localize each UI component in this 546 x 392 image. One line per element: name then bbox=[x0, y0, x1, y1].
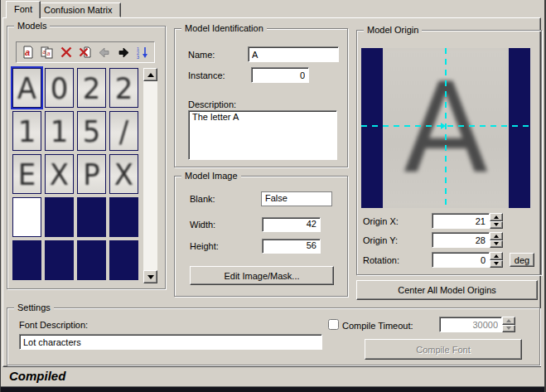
font-tab-page: Models a a a bbox=[2, 17, 541, 367]
origin-y-field[interactable] bbox=[432, 232, 490, 248]
models-group: Models a a a bbox=[7, 26, 166, 289]
blank-label: Blank: bbox=[190, 194, 215, 204]
model-list: A022115/EXPX bbox=[12, 68, 138, 280]
description-label: Description: bbox=[188, 99, 236, 109]
name-label: Name: bbox=[188, 50, 215, 60]
model-tile-character: 2 bbox=[83, 70, 101, 105]
compile-timeout-label: Compile Timeout: bbox=[342, 321, 413, 331]
model-slot-empty[interactable] bbox=[77, 197, 106, 237]
description-field[interactable]: The letter A bbox=[188, 110, 337, 160]
preview-left-bar bbox=[361, 48, 383, 208]
model-tile[interactable]: 0 bbox=[45, 68, 74, 108]
model-identification-label: Model Identification bbox=[181, 23, 267, 34]
rotation-field[interactable] bbox=[432, 252, 490, 268]
model-tile[interactable]: P bbox=[77, 154, 106, 194]
font-tool-window: Font Confusion Matrix Models a a bbox=[0, 0, 546, 392]
model-origin-preview[interactable]: A bbox=[361, 48, 530, 208]
origin-x-field[interactable] bbox=[432, 213, 490, 229]
model-tile-character: / bbox=[119, 114, 128, 148]
scroll-up-icon[interactable] bbox=[143, 68, 157, 81]
model-tile-character: X bbox=[114, 157, 133, 191]
svg-text:a: a bbox=[46, 51, 50, 56]
model-origin-label: Model Origin bbox=[364, 25, 422, 36]
settings-group-label: Settings bbox=[14, 302, 54, 313]
scroll-down-icon[interactable] bbox=[143, 270, 157, 283]
model-tile-character: A bbox=[17, 70, 36, 105]
height-value-field: 56 bbox=[262, 239, 321, 254]
model-origin-group: Model Origin A Origin X: Origin Y: bbox=[356, 30, 542, 275]
origin-y-label: Origin Y: bbox=[363, 235, 398, 245]
model-tile-blank[interactable] bbox=[12, 197, 41, 237]
model-tile-character: 5 bbox=[83, 114, 101, 148]
settings-group: Settings Font Description: Compile Timeo… bbox=[7, 307, 540, 365]
previous-model-icon[interactable] bbox=[97, 46, 112, 60]
center-all-model-origins-button[interactable]: Center All Model Origins bbox=[356, 280, 538, 300]
model-tile-character: 2 bbox=[115, 70, 133, 105]
model-tile[interactable]: 1 bbox=[12, 111, 41, 151]
model-tile[interactable]: 5 bbox=[77, 111, 106, 151]
tab-strip: Font Confusion Matrix bbox=[1, 0, 544, 17]
width-label: Width: bbox=[190, 220, 215, 230]
model-identification-group: Model Identification Name: Instance: Des… bbox=[174, 28, 348, 167]
model-image-label: Model Image bbox=[181, 171, 241, 181]
tab-font[interactable]: Font bbox=[6, 1, 41, 18]
delete-model-icon[interactable] bbox=[59, 46, 74, 60]
models-group-label: Models bbox=[14, 21, 50, 31]
deg-button[interactable]: deg bbox=[510, 253, 534, 267]
model-slot-empty[interactable] bbox=[12, 240, 41, 280]
model-tile-character: 1 bbox=[18, 114, 36, 148]
model-tile[interactable]: 2 bbox=[109, 68, 138, 108]
model-slot-empty[interactable] bbox=[109, 197, 138, 237]
model-tile-character: 1 bbox=[51, 114, 69, 148]
copy-model-icon[interactable]: a a bbox=[40, 46, 55, 60]
compile-timeout-spinner bbox=[502, 317, 515, 332]
model-tile[interactable]: / bbox=[109, 111, 138, 151]
compile-timeout-field bbox=[439, 317, 502, 332]
svg-text:3: 3 bbox=[137, 55, 139, 59]
status-text: Compiled bbox=[9, 369, 65, 383]
origin-arrow-icon bbox=[441, 123, 446, 129]
model-tile-character: P bbox=[83, 157, 100, 191]
origin-x-spinner[interactable] bbox=[490, 213, 503, 229]
window-bottom-edge bbox=[1, 386, 544, 392]
model-tile-selected[interactable]: A bbox=[12, 68, 41, 108]
model-tile[interactable]: X bbox=[45, 154, 74, 194]
model-slot-empty[interactable] bbox=[45, 197, 74, 237]
model-slot-empty[interactable] bbox=[109, 240, 138, 280]
tab-confusion-matrix[interactable]: Confusion Matrix bbox=[36, 2, 121, 17]
model-tile-character: 0 bbox=[51, 70, 69, 105]
model-tile-character: E bbox=[18, 157, 36, 191]
blank-value-field: False bbox=[261, 191, 332, 206]
instance-label: Instance: bbox=[188, 70, 225, 80]
height-label: Height: bbox=[190, 241, 219, 251]
origin-x-label: Origin X: bbox=[363, 216, 399, 226]
svg-text:a: a bbox=[25, 47, 30, 57]
sort-models-icon[interactable]: 1 2 3 bbox=[135, 46, 150, 60]
rotation-spinner[interactable] bbox=[490, 252, 503, 268]
model-slot-empty[interactable] bbox=[77, 240, 106, 280]
model-list-scrollbar[interactable] bbox=[143, 68, 157, 283]
name-field[interactable] bbox=[248, 46, 339, 62]
model-tile[interactable]: X bbox=[109, 154, 138, 194]
preview-right-bar bbox=[509, 48, 530, 208]
font-description-label: Font Description: bbox=[19, 320, 88, 330]
edit-image-mask-button[interactable]: Edit Image/Mask... bbox=[190, 266, 334, 285]
model-tile[interactable]: E bbox=[12, 154, 41, 194]
models-toolbar: a a a bbox=[16, 41, 155, 63]
model-tile-character: X bbox=[50, 157, 69, 191]
instance-field[interactable] bbox=[251, 67, 309, 83]
model-tile[interactable]: 2 bbox=[77, 68, 106, 108]
compile-timeout-checkbox[interactable] bbox=[328, 319, 339, 330]
model-slot-empty[interactable] bbox=[45, 240, 74, 280]
width-value-field: 42 bbox=[262, 217, 321, 232]
delete-all-models-icon[interactable] bbox=[78, 46, 93, 60]
origin-y-spinner[interactable] bbox=[490, 232, 503, 248]
new-model-icon[interactable]: a bbox=[21, 46, 36, 60]
model-image-group: Model Image Blank: False Width: 42 Heigh… bbox=[174, 176, 348, 297]
rotation-label: Rotation: bbox=[363, 255, 399, 265]
font-description-field[interactable] bbox=[19, 334, 322, 350]
model-tile[interactable]: 1 bbox=[45, 111, 74, 151]
compile-font-button: Compile Font bbox=[365, 339, 522, 360]
next-model-icon[interactable] bbox=[116, 46, 131, 60]
